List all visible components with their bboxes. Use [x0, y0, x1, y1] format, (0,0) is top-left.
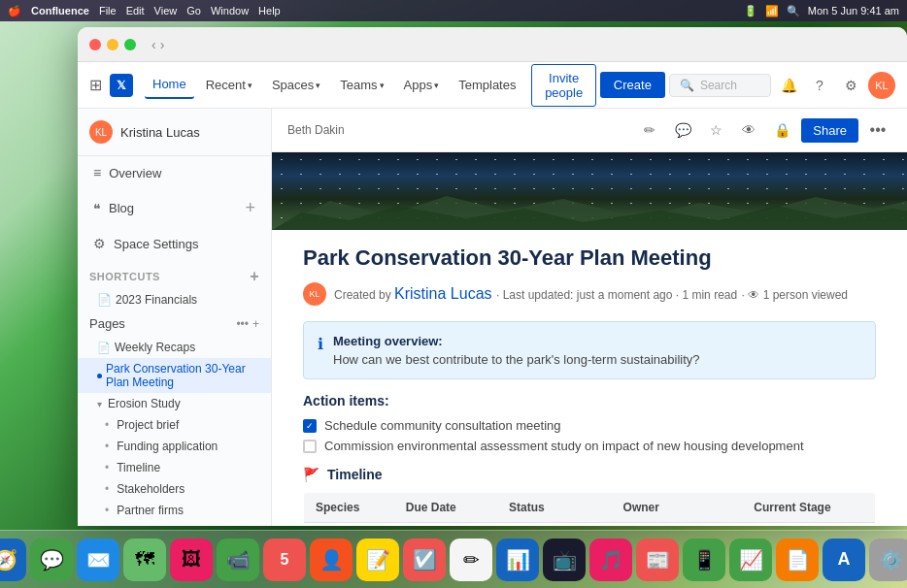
star-icon[interactable]: ☆	[702, 116, 729, 144]
confluence-logo[interactable]: 𝕏	[110, 74, 133, 97]
close-button[interactable]	[89, 39, 101, 50]
search-box[interactable]: 🔍 Search	[669, 74, 771, 97]
page-item-stakeholders[interactable]: • Stakeholders	[78, 478, 271, 500]
notifications-icon[interactable]: 🔔	[775, 72, 802, 99]
comment-icon[interactable]: 💬	[669, 116, 696, 144]
page-item-funding-application[interactable]: • Funding application	[78, 436, 271, 457]
create-button[interactable]: Create	[600, 72, 665, 98]
menubar-help[interactable]: Help	[258, 5, 281, 16]
blog-add-icon[interactable]: +	[245, 198, 255, 218]
views: · 👁 1 person viewed	[742, 288, 848, 302]
menubar-go[interactable]: Go	[186, 5, 201, 16]
action-item-1: ✓ Schedule community consultation meetin…	[303, 418, 876, 433]
page-item-partner-firms[interactable]: • Partner firms	[78, 500, 271, 521]
page-item-weekly-recaps[interactable]: 📄 Weekly Recaps	[78, 337, 271, 358]
page-item-project-brief[interactable]: • Project brief	[78, 414, 271, 436]
sidebar-item-settings[interactable]: ⚙ Space Settings	[82, 228, 267, 259]
dock-calendar[interactable]: 5	[263, 539, 306, 581]
author-name[interactable]: Kristina Lucas	[394, 285, 492, 302]
dock-mail[interactable]: ✉️	[77, 539, 119, 581]
settings-icon[interactable]: ⚙	[837, 72, 864, 99]
dock-freeform[interactable]: ✏	[450, 539, 492, 581]
info-label: Meeting overview:	[333, 334, 700, 348]
shortcut-doc-icon: 📄	[97, 293, 112, 307]
sidebar-shortcut-financials[interactable]: 📄 2023 Financials	[78, 289, 271, 310]
share-button[interactable]: Share	[801, 118, 858, 143]
user-avatar[interactable]: KL	[868, 72, 895, 99]
erosion-chevron: ▾	[97, 399, 102, 409]
dock-maps[interactable]: 🗺	[123, 539, 166, 581]
invite-people-button[interactable]: Invite people	[531, 64, 595, 107]
dock-facetime[interactable]: 📹	[217, 539, 259, 581]
edit-icon[interactable]: ✏	[636, 116, 663, 144]
dock-pages[interactable]: 📄	[776, 539, 819, 581]
back-button[interactable]: ‹	[151, 37, 156, 52]
timeline-label: Timeline	[327, 467, 383, 482]
search-placeholder: Search	[700, 79, 737, 92]
dock-news[interactable]: 📰	[636, 539, 679, 581]
dock-notes[interactable]: 📝	[356, 539, 399, 581]
grid-icon[interactable]: ⊞	[89, 76, 102, 94]
search-menubar-icon[interactable]: 🔍	[787, 5, 800, 17]
read-time: 1 min read	[682, 288, 737, 302]
pages-add-icon[interactable]: +	[252, 317, 259, 331]
dock-safari[interactable]: 🧭	[0, 539, 26, 581]
dock-reminders[interactable]: ☑️	[403, 539, 446, 581]
sidebar-item-overview[interactable]: ≡ Overview	[82, 157, 267, 188]
search-icon: 🔍	[680, 79, 694, 92]
nav-apps[interactable]: Apps ▾	[396, 72, 448, 98]
minimize-button[interactable]	[107, 39, 118, 50]
status-1: IN PROGRESS	[497, 523, 612, 527]
dock-photos[interactable]: 🖼	[170, 539, 213, 581]
menubar-view[interactable]: View	[154, 5, 178, 16]
nav-recent[interactable]: Recent ▾	[198, 72, 260, 98]
help-icon[interactable]: ?	[806, 72, 833, 99]
logo-area: ⊞ 𝕏	[89, 74, 133, 97]
checkbox-unchecked-icon[interactable]	[303, 440, 317, 453]
page-meta: KL Created by Kristina Lucas · Last upda…	[303, 282, 876, 306]
dock-tv[interactable]: 📺	[543, 539, 586, 581]
nav-teams[interactable]: Teams ▾	[332, 72, 391, 98]
page-item-timeline[interactable]: • Timeline	[78, 457, 271, 478]
page-item-park-conservation[interactable]: Park Conservation 30-Year Plan Meeting	[78, 358, 271, 393]
menubar-left: 🍎 Confluence File Edit View Go Window He…	[8, 5, 281, 17]
page-item-erosion-study[interactable]: ▾ Erosion Study	[78, 393, 271, 414]
menubar-window[interactable]: Window	[211, 5, 249, 16]
dock-appstore[interactable]: A	[823, 539, 865, 581]
main-area: KL Kristina Lucas ≡ Overview ❝ Blog + ⚙ …	[78, 109, 907, 526]
action-item-2: Commission environmental assessment stud…	[303, 439, 876, 453]
shortcuts-add-button[interactable]: +	[250, 268, 259, 285]
dock-music[interactable]: 🎵	[589, 539, 632, 581]
menubar-file[interactable]: File	[99, 5, 117, 16]
page-item-11-agendas[interactable]: ▾ 1:1 Agendas	[78, 521, 271, 526]
datetime: Mon 5 Jun 9:41 am	[808, 5, 899, 16]
restrict-icon[interactable]: 🔒	[768, 116, 795, 144]
nav-spaces[interactable]: Spaces ▾	[264, 72, 328, 98]
sidebar-pages-header: Pages ••• +	[78, 310, 271, 337]
sidebar-item-blog[interactable]: ❝ Blog +	[82, 190, 267, 226]
dock-contacts[interactable]: 👤	[310, 539, 353, 581]
pages-more-icon[interactable]: •••	[236, 317, 249, 331]
watch-icon[interactable]: 👁	[735, 116, 762, 144]
menubar-edit[interactable]: Edit	[126, 5, 145, 16]
checkbox-checked-icon[interactable]: ✓	[303, 419, 317, 433]
dock-settings[interactable]: ⚙️	[869, 539, 907, 581]
nav-arrows: ‹ ›	[151, 37, 164, 52]
species-table: Species Due Date Status Owner Current St…	[303, 492, 876, 526]
col-species: Species	[304, 493, 394, 523]
dock-messages[interactable]: 💬	[30, 539, 73, 581]
traffic-lights	[89, 39, 136, 50]
info-question: How can we best contribute to the park's…	[333, 352, 700, 367]
nav-home[interactable]: Home	[145, 71, 194, 99]
dock-numbers[interactable]: 📈	[729, 539, 772, 581]
dock-phone[interactable]: 📱	[683, 539, 725, 581]
confluence-toolbar: ⊞ 𝕏 Home Recent ▾ Spaces ▾ Teams ▾ Apps …	[78, 62, 907, 109]
maximize-button[interactable]	[124, 39, 136, 50]
page-inner: Park Conservation 30-Year Plan Meeting K…	[272, 230, 907, 526]
col-owner: Owner	[612, 493, 743, 523]
forward-button[interactable]: ›	[160, 37, 165, 52]
nav-templates[interactable]: Templates	[451, 72, 523, 98]
apple-icon[interactable]: 🍎	[8, 5, 21, 17]
more-actions-icon[interactable]: •••	[864, 116, 891, 144]
dock-keynote[interactable]: 📊	[496, 539, 539, 581]
